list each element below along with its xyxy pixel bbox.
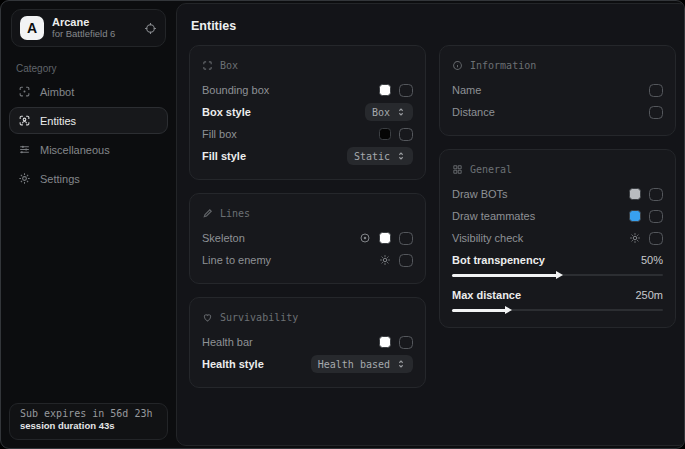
sidebar-item-label: Aimbot [40,86,74,98]
setting-row-bot-transparency: Bot transpenency 50% [452,251,663,280]
sidebar-item-miscellaneous[interactable]: Miscellaneous [9,136,168,163]
draw-bots-checkbox[interactable] [649,188,663,201]
gear-icon[interactable] [379,254,391,266]
color-swatch[interactable] [629,210,641,222]
brand-name: Arcane [52,16,136,29]
sidebar-nav: Aimbot Entities [1,78,176,192]
card-information: Information Name Distance [439,45,676,136]
sidebar-item-label: Settings [40,173,80,185]
setting-row-bounding-box: Bounding box [202,79,413,101]
card-general: General Draw BOTs Draw teammates [439,149,676,328]
crosshair-icon[interactable] [144,22,157,35]
card-lines: Lines Skeleton [189,193,426,284]
color-swatch[interactable] [379,232,391,244]
target-icon[interactable] [359,232,371,244]
main-panel: Entities Box Bounding box [176,3,685,446]
setting-row-line-to-enemy: Line to enemy [202,249,413,271]
card-title: Box [220,60,238,71]
card-box: Box Bounding box Box style Box [189,45,426,180]
card-title: General [470,164,512,175]
sidebar-item-settings[interactable]: Settings [9,165,168,192]
distance-checkbox[interactable] [649,106,663,119]
entities-icon [18,114,31,127]
gear-icon[interactable] [629,232,641,244]
setting-row-health-style: Health style Health based [202,353,413,375]
name-checkbox[interactable] [649,84,663,97]
slider-thumb[interactable] [556,271,563,279]
color-swatch[interactable] [379,128,391,140]
slider-thumb[interactable] [505,306,512,314]
bot-transparency-slider[interactable] [452,270,663,280]
bounding-box-checkbox[interactable] [399,84,413,97]
aimbot-icon [18,85,31,98]
fill-style-dropdown[interactable]: Static [347,147,413,165]
max-distance-value: 250m [635,289,663,301]
box-style-dropdown[interactable]: Box [365,103,413,121]
card-title: Lines [220,208,250,219]
subscription-info: Sub expires in 56d 23h session duration … [9,403,168,440]
max-distance-slider[interactable] [452,305,663,315]
line-to-enemy-checkbox[interactable] [399,254,413,267]
setting-row-visibility-check: Visibility check [452,227,663,249]
brand-logo: A [20,16,44,40]
grid-icon [452,164,463,175]
setting-row-fill-style: Fill style Static [202,145,413,167]
health-bar-checkbox[interactable] [399,336,413,349]
gear-icon [18,172,31,185]
card-title: Information [470,60,536,71]
setting-row-skeleton: Skeleton [202,227,413,249]
card-title: Survivability [220,312,298,323]
color-swatch[interactable] [379,84,391,96]
setting-row-box-style: Box style Box [202,101,413,123]
sub-expiry-text: Sub expires in 56d 23h [20,408,157,419]
draw-teammates-checkbox[interactable] [649,210,663,223]
sidebar-item-entities[interactable]: Entities [9,107,168,134]
health-style-dropdown[interactable]: Health based [311,355,413,373]
category-label: Category [16,63,176,74]
brand-card: A Arcane for Battlefield 6 [11,9,166,47]
sidebar-item-aimbot[interactable]: Aimbot [9,78,168,105]
brand-subtitle: for Battlefield 6 [52,29,136,40]
heart-icon [202,312,213,323]
bot-transparency-value: 50% [641,254,663,266]
sliders-icon [18,143,31,156]
setting-row-distance: Distance [452,101,663,123]
card-survivability: Survivability Health bar Health style He… [189,297,426,388]
setting-row-health-bar: Health bar [202,331,413,353]
fill-box-checkbox[interactable] [399,128,413,141]
unfold-icon [396,107,406,117]
box-icon [202,60,213,71]
setting-row-name: Name [452,79,663,101]
visibility-check-checkbox[interactable] [649,232,663,245]
setting-row-max-distance: Max distance 250m [452,286,663,315]
setting-row-draw-teammates: Draw teammates [452,205,663,227]
skeleton-checkbox[interactable] [399,232,413,245]
unfold-icon [396,151,406,161]
pencil-icon [202,208,213,219]
app-window: A Arcane for Battlefield 6 Category [0,0,685,449]
setting-row-draw-bots: Draw BOTs [452,183,663,205]
sidebar-item-label: Miscellaneous [40,144,110,156]
color-swatch[interactable] [379,336,391,348]
sidebar-item-label: Entities [40,115,76,127]
sidebar: A Arcane for Battlefield 6 Category [1,1,176,448]
setting-row-fill-box: Fill box [202,123,413,145]
session-duration-text: session duration 43s [20,420,157,431]
page-title: Entities [191,19,676,33]
info-icon [452,60,463,71]
color-swatch[interactable] [629,188,641,200]
unfold-icon [396,359,406,369]
